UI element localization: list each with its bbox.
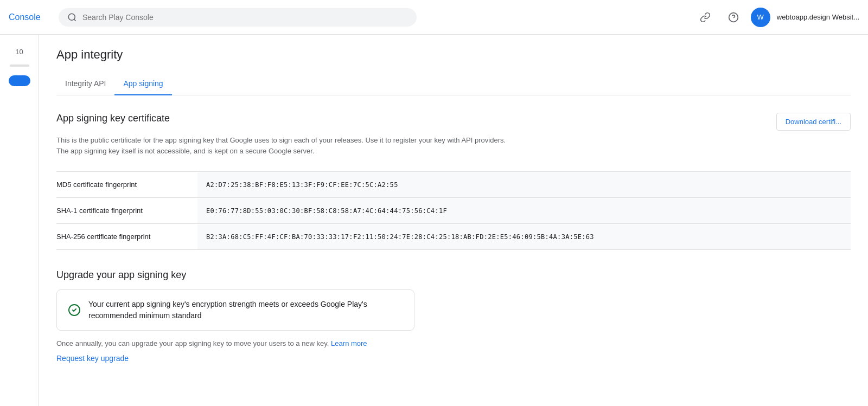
cert-section-desc: This is the public certificate for the a… [56,135,518,156]
sha1-value: E0:76:77:8D:55:03:0C:30:BF:58:C8:58:A7:4… [197,198,851,223]
annual-note-text: Once annually, you can upgrade your app … [56,339,329,347]
sidebar-number: 10 [11,43,27,60]
search-icon [67,12,77,22]
upgrade-section-title: Upgrade your app signing key [56,269,851,281]
cert-section-title: App signing key certificate [56,113,170,124]
fingerprint-table: MD5 certificate fingerprint A2:D7:25:38:… [56,171,851,250]
sidebar-pill[interactable] [9,75,30,86]
status-card: Your current app signing key's encryptio… [56,289,414,331]
link-button[interactable] [694,7,716,28]
table-row: SHA-1 certificate fingerprint E0:76:77:8… [56,198,851,224]
sha256-value: B2:3A:68:C5:FF:4F:CF:BA:70:33:33:17:F2:1… [197,224,851,249]
sha256-label: SHA-256 certificate fingerprint [56,224,197,249]
link-icon [700,12,711,23]
cert-section-header: App signing key certificate Download cer… [56,113,851,131]
svg-point-0 [68,14,75,20]
search-input[interactable] [82,13,408,22]
tab-app-signing[interactable]: App signing [114,73,171,95]
request-key-upgrade-link[interactable]: Request key upgrade [56,354,129,363]
svg-line-1 [74,19,75,21]
md5-label: MD5 certificate fingerprint [56,172,197,197]
table-row: MD5 certificate fingerprint A2:D7:25:38:… [56,171,851,198]
user-name: webtoapp.design Websit... [777,13,859,21]
help-button[interactable] [723,7,744,28]
status-text: Your current app signing key's encryptio… [88,299,403,321]
top-bar-right: W webtoapp.design Websit... [694,7,859,28]
top-bar: Console W webtoapp.design Websit... [0,0,868,35]
help-icon [728,12,739,23]
table-row: SHA-256 certificate fingerprint B2:3A:68… [56,224,851,250]
tab-integrity-api[interactable]: Integrity API [56,73,114,95]
page-title: App integrity [56,48,851,62]
download-cert-button[interactable]: Download certifi... [776,113,851,131]
cert-section-title-block: App signing key certificate [56,113,170,128]
check-circle-icon [68,304,81,317]
main-content: App integrity Integrity API App signing … [39,35,868,406]
sha1-label: SHA-1 certificate fingerprint [56,198,197,223]
console-logo: Console [9,12,52,22]
tabs-bar: Integrity API App signing [56,73,851,95]
annual-note: Once annually, you can upgrade your app … [56,339,414,347]
learn-more-link[interactable]: Learn more [331,339,367,347]
md5-value: A2:D7:25:38:BF:F8:E5:13:3F:F9:CF:EE:7C:5… [197,172,851,197]
sidebar-scroll-indicator [10,65,29,67]
sidebar: 10 [0,35,39,406]
avatar[interactable]: W [751,8,770,27]
search-container[interactable] [59,8,417,27]
